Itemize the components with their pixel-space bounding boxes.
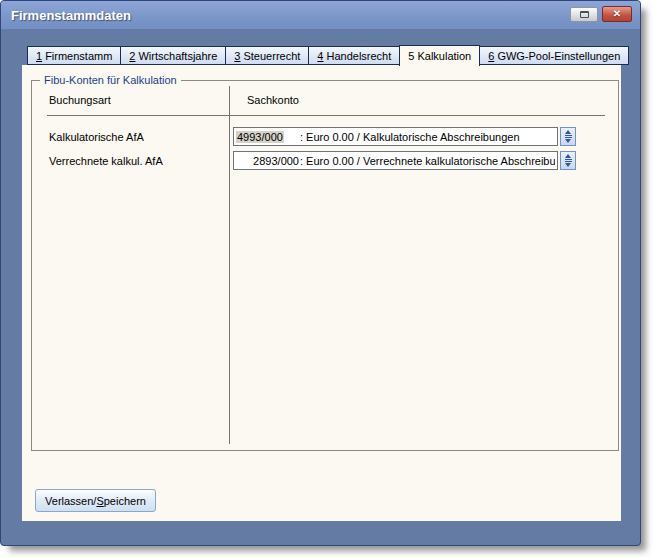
tab-3-steuerrecht[interactable]: 3Steuerrecht (225, 46, 309, 65)
groupbox-legend: Fibu-Konten für Kalkulation (40, 74, 181, 86)
combo-verrechnete-kalkul-afa[interactable]: 2893/000 : Euro 0.00 / Verrechnete kalku… (233, 151, 576, 170)
verlassen-speichern-button[interactable]: Verlassen/Speichern (35, 489, 156, 512)
firmenstammdaten-window: Firmenstammdaten ✕ 1Firmenstamm 2Wirtsch… (0, 0, 641, 546)
account-description: : Euro 0.00 / Kalkulatorische Abschreibu… (300, 131, 555, 143)
restore-button[interactable] (570, 7, 598, 22)
tab-5-kalkulation[interactable]: 5Kalkulation (399, 45, 480, 66)
tab-page-kalkulation: Fibu-Konten für Kalkulation Buchungsart … (22, 65, 621, 521)
combo-field-kalkulatorische-afa[interactable]: 4993/000 : Euro 0.00 / Kalkulatorische A… (233, 127, 558, 146)
desktop: Firmenstammdaten ✕ 1Firmenstamm 2Wirtsch… (0, 0, 654, 558)
account-description: : Euro 0.00 / Verrechnete kalkulatorisch… (300, 155, 555, 167)
tab-2-wirtschaftsjahre[interactable]: 2Wirtschaftsjahre (120, 46, 226, 65)
tab-bar: 1Firmenstamm 2Wirtschaftsjahre 3Steuerre… (27, 45, 621, 65)
row-label-kalkulatorische-afa: Kalkulatorische AfA (49, 131, 144, 143)
account-number-selected: 4993/000 (236, 131, 284, 143)
tab-1-firmenstamm[interactable]: 1Firmenstamm (27, 46, 121, 65)
close-icon: ✕ (613, 9, 621, 19)
titlebar[interactable]: Firmenstammdaten ✕ (1, 1, 640, 29)
groupbox-fibu-konten: Fibu-Konten für Kalkulation Buchungsart … (31, 80, 619, 451)
column-divider (229, 86, 230, 444)
tab-6-gwg-pool-einstellungen[interactable]: 6GWG-Pool-Einstellungen (479, 46, 629, 65)
restore-icon (580, 11, 589, 18)
header-separator (47, 115, 605, 116)
spin-up-down-icon[interactable] (560, 151, 576, 170)
spin-up-down-icon[interactable] (560, 127, 576, 146)
window-body: 1Firmenstamm 2Wirtschaftsjahre 3Steuerre… (1, 29, 640, 545)
combo-field-verrechnete-kalkul-afa[interactable]: 2893/000 : Euro 0.00 / Verrechnete kalku… (233, 151, 558, 170)
window-controls: ✕ (570, 6, 632, 22)
row-label-verrechnete-kalkul-afa: Verrechnete kalkul. AfA (49, 155, 163, 167)
column-header-buchungsart: Buchungsart (49, 94, 111, 106)
close-button[interactable]: ✕ (602, 6, 632, 22)
tab-4-handelsrecht[interactable]: 4Handelsrecht (308, 46, 400, 65)
column-header-sachkonto: Sachkonto (247, 94, 299, 106)
account-number: 2893/000 (252, 155, 300, 167)
combo-kalkulatorische-afa[interactable]: 4993/000 : Euro 0.00 / Kalkulatorische A… (233, 127, 576, 146)
window-title: Firmenstammdaten (11, 8, 131, 23)
